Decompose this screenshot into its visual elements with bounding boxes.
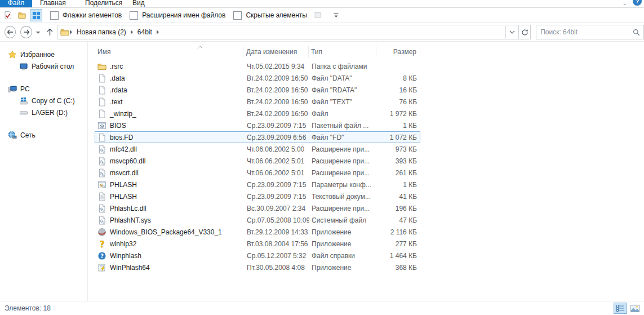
file-row[interactable]: Windows_BIOS_Package64_V330_1Вт.29.12.20… <box>95 226 420 238</box>
item-checkboxes-doc-icon[interactable] <box>2 9 14 21</box>
file-row[interactable]: .textВт.24.02.2009 16:50Файл "TEXT"76 КБ <box>95 96 420 108</box>
refresh-button[interactable] <box>519 25 531 39</box>
file-row[interactable]: .dataВт.24.02.2009 16:50Файл "DATA"8 КБ <box>95 72 420 84</box>
sidebar-item-label: Сеть <box>20 131 35 139</box>
file-row[interactable]: BIOSСр.23.09.2009 7:15Пакетный файл ...1… <box>95 119 420 131</box>
address-folder-icon <box>60 28 69 37</box>
checkbox-file-extensions[interactable]: Расширения имен файлов <box>130 11 225 20</box>
checkbox-box[interactable] <box>130 11 138 20</box>
file-row[interactable]: msvcrt.dllЧт.06.06.2002 5:01Расширение п… <box>95 167 420 179</box>
column-header-row: Имя Дата изменения Тип Размер <box>95 46 420 57</box>
file-name-cell[interactable]: PHLASH <box>95 180 244 189</box>
file-row[interactable]: .rsrcЧт.05.02.2015 9:34Папка с файлами <box>95 60 420 72</box>
file-name-cell[interactable]: mfc42.dll <box>95 145 244 154</box>
address-dropdown-icon[interactable] <box>505 26 518 38</box>
history-dropdown-icon[interactable] <box>35 28 41 36</box>
dll-icon <box>97 157 106 166</box>
crumb-arrow-icon[interactable] <box>70 30 72 34</box>
file-name: Winphlash <box>110 252 141 260</box>
sidebar-item-сеть[interactable]: Сеть <box>0 129 87 141</box>
hide-selected-items-icon[interactable] <box>313 9 325 21</box>
crumb-arrow-icon[interactable] <box>157 30 159 34</box>
large-icons-view-icon[interactable] <box>30 9 42 21</box>
file-name: msvcp60.dll <box>110 157 145 165</box>
column-header-size[interactable]: Размер <box>376 46 420 57</box>
up-button[interactable] <box>46 28 54 36</box>
checkbox-hidden-items[interactable]: Скрытые элементы <box>233 11 307 20</box>
tab-share[interactable]: Поделиться <box>78 0 130 7</box>
column-header-type[interactable]: Тип <box>309 46 376 57</box>
file-row[interactable]: ?WinphlashСр.05.12.2007 5:32Файл справки… <box>95 250 420 261</box>
file-row[interactable]: .rdataВт.24.02.2009 16:50Файл "RDATA"16 … <box>95 84 420 96</box>
file-row[interactable]: PHLASHСр.23.09.2009 7:15Параметры конф..… <box>95 179 420 190</box>
column-header-date[interactable]: Дата изменения <box>243 46 309 57</box>
file-name-cell[interactable]: msvcrt.dll <box>95 168 244 178</box>
file-name-cell[interactable]: bios.FD <box>95 133 244 142</box>
file-row[interactable]: _winzip_Вт.24.02.2009 16:50Файл1 972 КБ <box>95 108 420 119</box>
file-row[interactable]: PhlashLc.dllВс.30.09.2007 2:34Расширение… <box>95 202 420 214</box>
file-name-cell[interactable]: PHLASH <box>95 192 244 201</box>
crumb-arrow-icon[interactable] <box>131 30 133 34</box>
checkbox-box[interactable] <box>50 11 59 20</box>
file-name-cell[interactable]: msvcp60.dll <box>95 157 244 166</box>
file-name-cell[interactable]: .rsrc <box>95 62 244 71</box>
file-row[interactable]: mfc42.dllЧт.06.06.2002 5:00Расширение пр… <box>95 143 420 155</box>
file-name-cell[interactable]: _winzip_ <box>95 109 244 118</box>
minimize-ribbon-icon[interactable]: ⌄ <box>623 1 627 6</box>
help-icon[interactable]: ? <box>633 0 642 6</box>
file-name: mfc42.dll <box>110 145 137 153</box>
file-name-cell[interactable]: ?winhlp32 <box>95 239 244 249</box>
file-row[interactable]: PhlashNT.sysСр.07.05.2008 10:09Системный… <box>95 214 420 226</box>
sidebar-item-pc[interactable]: PC <box>0 83 87 95</box>
thumbnails-view-button[interactable] <box>628 303 642 314</box>
file-size: 76 КБ <box>377 98 420 106</box>
sidebar-item-copy-of-c-c-[interactable]: Copy of C (C:) <box>0 95 87 107</box>
file-date: Ср.23.09.2009 6:56 <box>244 134 309 141</box>
file-name-cell[interactable]: Windows_BIOS_Package64_V330_1 <box>95 228 244 237</box>
file-name-cell[interactable]: .text <box>95 97 244 107</box>
column-header-name[interactable]: Имя <box>95 46 243 57</box>
breadcrumb-folder[interactable]: Новая папка (2) <box>73 26 130 38</box>
tab-view[interactable]: Вид <box>125 0 152 7</box>
sidebar-item-label: Избранное <box>20 51 55 59</box>
checkbox-item-checkboxes[interactable]: Флажки элементов <box>50 11 122 20</box>
file-row[interactable]: PHLASHСр.23.09.2009 7:15Текстовый докум.… <box>95 190 420 202</box>
file-row[interactable]: msvcp60.dllЧт.06.06.2002 5:01Расширение … <box>95 155 420 167</box>
sidebar-item-рабочий-стол[interactable]: Рабочий стол <box>0 60 87 72</box>
file-row[interactable]: ?winhlp32Вт.03.08.2004 17:56Приложение27… <box>95 238 420 250</box>
forward-button[interactable] <box>20 26 32 38</box>
file-row[interactable]: WinPhlash64Пт.30.05.2008 4:08Приложение3… <box>95 261 420 273</box>
file-type: Файл справки <box>309 252 377 260</box>
file-name-cell[interactable]: PhlashLc.dll <box>95 204 244 213</box>
tab-home[interactable]: Главная <box>33 0 73 7</box>
folder-options-icon[interactable] <box>16 9 28 21</box>
file-size: 1 972 КБ <box>377 110 420 118</box>
file-name-cell[interactable]: ?Winphlash <box>95 251 244 260</box>
sidebar-item-избранное[interactable]: Избранное <box>0 48 87 60</box>
back-button[interactable] <box>5 26 16 38</box>
search-icon[interactable] <box>633 29 640 36</box>
view-toggle-group <box>612 303 642 314</box>
tab-file[interactable]: Файл <box>0 0 32 7</box>
file-name-cell[interactable]: WinPhlash64 <box>95 263 244 272</box>
ribbon-overflow-dropdown-icon[interactable] <box>333 12 339 18</box>
file-name: PHLASH <box>110 193 137 201</box>
details-view-button[interactable] <box>614 303 627 314</box>
file-size: 277 КБ <box>377 240 420 248</box>
file-name: PHLASH <box>110 181 137 189</box>
search-input[interactable]: Поиск: 64bit <box>536 25 644 39</box>
sidebar-item-lager-d-[interactable]: LAGER (D:) <box>0 107 87 118</box>
package-icon <box>97 228 106 237</box>
file-name-cell[interactable]: .rdata <box>95 86 244 95</box>
help-yellow-icon: ? <box>97 239 106 249</box>
file-type: Расширение при... <box>309 169 377 177</box>
file-name-cell[interactable]: BIOS <box>95 121 244 130</box>
breadcrumb-current[interactable]: 64bit <box>134 26 156 38</box>
file-name-cell[interactable]: PhlashNT.sys <box>95 216 244 225</box>
file-name-cell[interactable]: .data <box>95 74 244 83</box>
address-bar[interactable]: Новая папка (2) 64bit <box>57 25 519 39</box>
file-list-pane: Имя Дата изменения Тип Размер .rsrcЧт.05… <box>88 42 644 301</box>
file-size: 1 072 КБ <box>377 134 420 141</box>
checkbox-box[interactable] <box>233 11 242 20</box>
file-row[interactable]: bios.FDСр.23.09.2009 6:56Файл "FD"1 072 … <box>95 131 420 143</box>
